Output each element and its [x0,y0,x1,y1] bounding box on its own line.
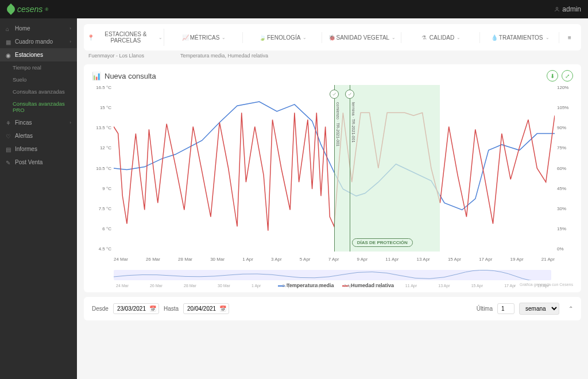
expand-button[interactable]: ⤢ [562,70,573,82]
chevron-down-icon: ⌄ [392,35,396,40]
chart-icon: 📈 [182,34,188,40]
expand-icon: ⤢ [565,73,570,79]
mini-timeline[interactable]: 24 Mar26 Mar28 Mar30 Mar1 Apr3 Apr5 Apr7… [114,270,551,280]
sidebar-item-alertas[interactable]: ♡Alertas [0,129,77,142]
tab-label: FENOLOGÍA [267,34,300,41]
farm-icon: ⚘ [6,120,11,126]
sidebar-item-estaciones[interactable]: ◉Estaciones [0,48,77,61]
sidebar-sub-consultas-pro[interactable]: Consultas avanzadas PRO [0,98,77,116]
x-axis: 24 Mar26 Mar28 Mar30 Mar1 Apr3 Apr5 Apr7… [114,257,555,262]
sidebar-item-informes[interactable]: ▤Informes [0,142,77,156]
sidebar-item-label: Informes [15,146,37,152]
desde-label: Desde [92,305,109,312]
treatment-marker[interactable] [345,90,354,99]
collapse-button[interactable]: ⌃ [568,305,573,312]
mini-x-labels: 24 Mar26 Mar28 Mar30 Mar1 Apr3 Apr5 Apr7… [114,283,551,289]
download-icon: ⬇ [550,73,555,79]
sidebar-item-fincas[interactable]: ⚘Fincas› [0,116,77,129]
chart-bars-icon: 📊 [92,72,101,80]
menu-icon: ≡ [568,34,571,41]
sidebar-item-cuadro[interactable]: ▦Cuadro mando› [0,35,77,48]
bug-icon: 🐞 [328,34,334,40]
alert-icon: ♡ [6,133,11,139]
date-from-field[interactable] [117,305,147,312]
tab-label: SANIDAD VEGETAL [336,34,390,41]
tab-label: ESTACIONES & PARCELAS [95,31,156,44]
tabs-bar: 📍ESTACIONES & PARCELAS⌄ 📈MÉTRICAS⌄ 🍃FENO… [84,24,581,51]
calendar-icon: 📅 [149,305,156,312]
tab-calidad[interactable]: ⚗CALIDAD⌄ [403,32,481,43]
chevron-down-icon: ⌄ [546,35,550,40]
report-icon: ▤ [6,146,11,152]
home-icon: ⌂ [6,26,11,32]
sidebar-item-label: Post Venta [15,159,42,165]
tab-tratamientos[interactable]: 💧TRATAMIENTOS⌄ [481,32,559,43]
protection-badge: DÍAS DE PROTECCIÓN [352,238,413,247]
tab-label: MÉTRICAS [190,34,220,41]
tab-menu[interactable]: ≡ [560,32,579,43]
y-axis-right: 120%105%90%75%60%45%30%15%0% [557,85,573,252]
chevron-right-icon: › [69,39,71,44]
mini-svg [114,270,551,280]
sidebar-item-label: Fincas [15,119,32,126]
logo: cesens® [7,5,48,14]
support-icon: ✎ [6,160,11,165]
treatment-marker[interactable] [330,90,339,99]
hasta-label: Hasta [164,305,179,312]
last-n-input[interactable] [497,303,514,314]
calendar-icon: 📅 [219,305,226,312]
marker-label: comienzo · TR-2021-001 [336,102,340,146]
spray-icon: 💧 [491,34,497,40]
chevron-down-icon: ⌄ [222,35,226,40]
tab-sanidad[interactable]: 🐞SANIDAD VEGETAL⌄ [323,32,401,43]
stations-icon: ◉ [6,52,11,58]
sidebar-item-home[interactable]: ⌂Home› [0,22,77,35]
sidebar-item-label: Alertas [15,133,33,139]
marker-label: termina · TR-2021-001 [351,102,355,142]
pin-icon: 📍 [87,34,93,40]
user-icon [554,6,560,12]
tab-label: CALIDAD [430,34,454,41]
chevron-right-icon: › [69,120,71,125]
metrics-summary: Temperatura media, Humedad relativa [180,53,268,59]
sidebar-sub-tiempo-real[interactable]: Tiempo real [0,61,77,74]
chevron-down-icon: ⌄ [158,35,163,40]
date-to-field[interactable] [187,305,217,312]
chevron-down-icon: ⌄ [457,35,461,40]
user-menu[interactable]: admin [554,5,581,13]
plot-area[interactable]: comienzo · TR-2021-001termina · TR-2021-… [114,85,555,252]
sidebar-sub-suelo[interactable]: Suelo [0,74,77,86]
leaf-icon: 🍃 [259,34,265,40]
dashboard-icon: ▦ [6,39,11,45]
station-name: Fuenmayor - Los Llanos [88,53,180,59]
svg-point-0 [556,7,558,9]
y-axis-left: 16.5 °C15 °C13.5 °C12 °C10.5 °C9 °C7.5 °… [92,85,111,252]
sidebar-item-label: Home [15,25,30,32]
brand-text: cesens [17,5,42,14]
tab-label: TRATAMIENTOS [499,34,543,41]
user-name: admin [562,5,581,13]
sidebar: ⌂Home› ▦Cuadro mando› ◉Estaciones Tiempo… [0,18,77,379]
ultima-label: Última [477,305,493,312]
tab-fenologia[interactable]: 🍃FENOLOGÍA⌄ [244,32,322,43]
sidebar-item-label: Cuadro mando [15,38,53,45]
sidebar-sub-consultas[interactable]: Consultas avanzadas [0,86,77,98]
tab-metricas[interactable]: 📈MÉTRICAS⌄ [165,32,243,43]
date-to-input[interactable]: 📅 [183,303,229,314]
sidebar-item-postventa[interactable]: ✎Post Venta [0,156,77,169]
chevron-down-icon: ⌄ [303,35,307,40]
tab-estaciones-parcelas[interactable]: 📍ESTACIONES & PARCELAS⌄ [86,29,164,46]
card-title: 📊 Nueva consulta [92,72,156,80]
date-footer: Desde 📅 Hasta 📅 Última semana ⌃ [84,297,581,320]
card-title-text: Nueva consulta [105,72,156,80]
download-button[interactable]: ⬇ [547,70,558,82]
leaf-icon [5,3,17,15]
sidebar-item-label: Estaciones [15,52,43,58]
chart-card: 📊 Nueva consulta ⬇ ⤢ 16.5 °C15 °C13.5 °C… [84,64,581,292]
flask-icon: ⚗ [421,34,427,40]
date-from-input[interactable]: 📅 [113,303,159,314]
chevron-right-icon: › [69,26,71,31]
unit-select[interactable]: semana [519,303,559,315]
chart-area: 16.5 °C15 °C13.5 °C12 °C10.5 °C9 °C7.5 °… [92,85,573,269]
